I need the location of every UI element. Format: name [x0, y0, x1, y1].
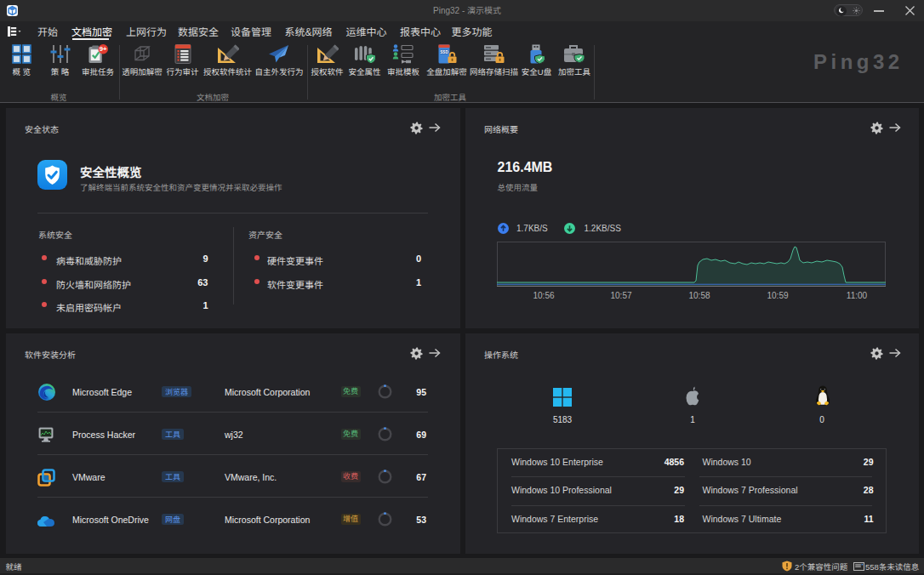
- svg-text:SSD: SSD: [440, 50, 448, 54]
